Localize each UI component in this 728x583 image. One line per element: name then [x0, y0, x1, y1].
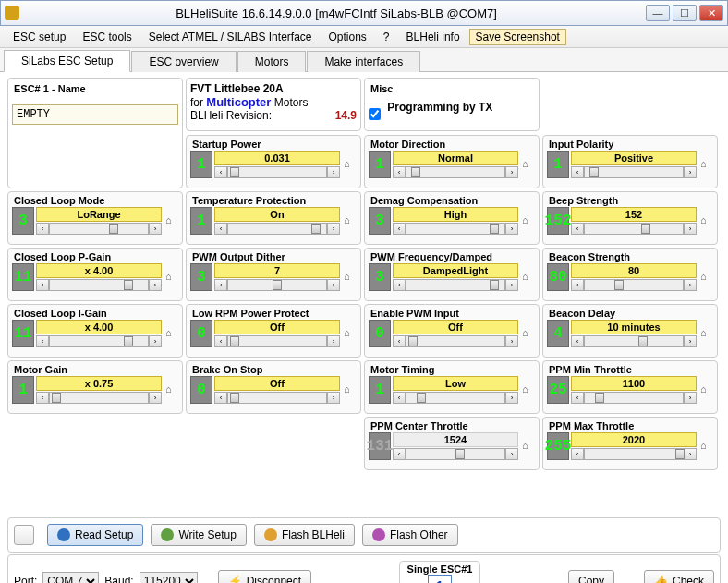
maximize-button[interactable]: ☐	[673, 5, 697, 21]
param-brake-on-stop: Brake On Stop0Off‹›⌂	[186, 360, 361, 414]
plug-icon: ⚡	[228, 575, 242, 583]
slider-closed-loop-mode[interactable]: ‹›	[36, 223, 162, 235]
menu-blheli-info[interactable]: BLHeli info	[399, 29, 467, 45]
baud-select[interactable]: 115200	[140, 572, 198, 583]
param-ppm-center-throttle: PPM Center Throttle1311524‹›⌂	[364, 417, 540, 470]
link-icon[interactable]: ⌂	[165, 383, 178, 396]
read-setup-button[interactable]: Read Setup	[47, 524, 143, 546]
save-icon	[161, 528, 174, 541]
link-icon[interactable]: ⌂	[700, 327, 713, 340]
link-icon[interactable]: ⌂	[522, 271, 535, 284]
menu-options[interactable]: Options	[321, 29, 373, 45]
val-startup-power: 0.031	[214, 151, 340, 165]
toggle-button[interactable]	[14, 525, 34, 545]
menu-esc-setup[interactable]: ESC setup	[6, 29, 73, 45]
link-icon[interactable]: ⌂	[344, 158, 357, 171]
num-startup-power: 1	[190, 151, 212, 178]
menu-save-screenshot[interactable]: Save Screenshot	[469, 29, 566, 45]
slider-beacon-delay[interactable]: ‹›	[571, 335, 697, 347]
slider-motor-timing[interactable]: ‹›	[393, 392, 518, 404]
param-demag-comp: Demag Compensation3High‹›⌂	[364, 191, 540, 245]
tab-motors[interactable]: Motors	[237, 51, 307, 72]
port-select[interactable]: COM 7	[42, 572, 99, 583]
slider-input-polarity[interactable]: ‹›	[571, 166, 697, 178]
single-esc-number[interactable]: 1	[428, 575, 452, 583]
link-icon[interactable]: ⌂	[165, 327, 178, 340]
slider-temp-protection[interactable]: ‹›	[214, 223, 340, 235]
slider-low-rpm-protect[interactable]: ‹›	[214, 335, 340, 347]
slider-startup-power[interactable]: ‹›	[214, 166, 340, 178]
link-icon[interactable]: ⌂	[522, 327, 535, 340]
minimize-button[interactable]: —	[646, 5, 670, 21]
link-icon[interactable]: ⌂	[522, 383, 535, 396]
slider-demag-comp[interactable]: ‹›	[393, 223, 518, 235]
empty-cell	[542, 78, 718, 131]
param-ppm-max-throttle: PPM Max Throttle2552020‹›⌂	[542, 417, 718, 470]
slider-pwm-dither[interactable]: ‹›	[214, 279, 340, 291]
flash-blheli-button[interactable]: Flash BLHeli	[254, 524, 355, 546]
single-esc-group: Single ESC#1 1	[399, 561, 481, 583]
slider-ppm-max-throttle[interactable]: ‹›	[571, 448, 697, 460]
copy-button[interactable]: Copy	[568, 570, 614, 583]
flash-icon	[372, 528, 385, 541]
flash-other-button[interactable]: Flash Other	[362, 524, 458, 546]
link-icon[interactable]: ⌂	[344, 383, 357, 396]
menu-esc-tools[interactable]: ESC tools	[75, 29, 139, 45]
slider-ppm-center-throttle[interactable]: ‹›	[393, 448, 518, 460]
link-icon[interactable]: ⌂	[522, 158, 535, 171]
write-setup-button[interactable]: Write Setup	[151, 524, 246, 546]
param-beacon-strength: Beacon Strength8080‹›⌂	[542, 248, 718, 301]
link-icon[interactable]: ⌂	[344, 327, 357, 340]
link-icon[interactable]: ⌂	[700, 214, 713, 227]
tab-silabs-setup[interactable]: SiLabs ESC Setup	[4, 50, 130, 72]
link-icon[interactable]: ⌂	[344, 271, 357, 284]
param-closed-loop-i: Closed Loop I-Gain11x 4.00‹›⌂	[7, 304, 183, 358]
slider-motor-gain[interactable]: ‹›	[36, 392, 162, 404]
main-panel: ESC# 1 - Name FVT Littlebee 20A for Mult…	[0, 72, 728, 516]
thumb-icon: 👍	[654, 575, 668, 583]
param-beacon-delay: Beacon Delay410 minutes‹›⌂	[542, 304, 718, 358]
tab-esc-overview[interactable]: ESC overview	[131, 51, 236, 72]
menu-help[interactable]: ?	[376, 29, 397, 45]
param-motor-timing: Motor Timing1Low‹›⌂	[364, 360, 540, 414]
slider-closed-loop-p[interactable]: ‹›	[36, 279, 162, 291]
slider-brake-on-stop[interactable]: ‹›	[214, 392, 340, 404]
close-button[interactable]: ✕	[699, 5, 723, 21]
menu-select-interface[interactable]: Select ATMEL / SILABS Interface	[141, 29, 320, 45]
slider-ppm-min-throttle[interactable]: ‹›	[571, 392, 697, 404]
param-beep-strength: Beep Strength152152‹›⌂	[542, 191, 718, 245]
param-startup-power: Startup Power10.031‹›⌂	[186, 135, 361, 188]
programming-by-tx-checkbox[interactable]	[369, 108, 381, 120]
tab-make-interfaces[interactable]: Make interfaces	[307, 51, 420, 72]
link-icon[interactable]: ⌂	[700, 383, 713, 396]
link-icon[interactable]: ⌂	[700, 158, 713, 171]
esc-info-for: for	[190, 96, 203, 109]
link-icon[interactable]: ⌂	[522, 440, 535, 453]
action-toolbar: Read Setup Write Setup Flash BLHeli Flas…	[7, 517, 721, 553]
slider-motor-direction[interactable]: ‹›	[393, 166, 518, 178]
slider-beep-strength[interactable]: ‹›	[571, 223, 697, 235]
link-icon[interactable]: ⌂	[165, 214, 178, 227]
slider-beacon-strength[interactable]: ‹›	[571, 279, 697, 291]
link-icon[interactable]: ⌂	[165, 271, 178, 284]
esc-rev-label: BLHeli Revision:	[190, 109, 272, 122]
param-enable-pwm-input: Enable PWM Input0Off‹›⌂	[364, 304, 540, 358]
single-esc-label: Single ESC#1	[407, 564, 473, 575]
disconnect-button[interactable]: ⚡Disconnect	[218, 570, 311, 583]
link-icon[interactable]: ⌂	[522, 214, 535, 227]
slider-pwm-freq[interactable]: ‹›	[393, 279, 518, 291]
param-closed-loop-mode: Closed Loop Mode3LoRange‹›⌂	[7, 191, 183, 245]
link-icon[interactable]: ⌂	[344, 214, 357, 227]
link-icon[interactable]: ⌂	[700, 271, 713, 284]
esc-rev-value: 14.9	[335, 109, 357, 122]
app-icon	[5, 6, 19, 20]
slider-enable-pwm-input[interactable]: ‹›	[393, 335, 518, 347]
slider-closed-loop-i[interactable]: ‹›	[36, 335, 162, 347]
esc-name-panel: ESC# 1 - Name	[7, 78, 183, 188]
esc-name-input[interactable]	[12, 104, 178, 125]
tab-strip: SiLabs ESC Setup ESC overview Motors Mak…	[0, 48, 728, 72]
link-icon[interactable]: ⌂	[700, 440, 713, 453]
param-low-rpm-protect: Low RPM Power Protect0Off‹›⌂	[186, 304, 361, 358]
check-button[interactable]: 👍Check	[644, 570, 714, 583]
esc-info-panel: FVT Littlebee 20A for Multicopter Motors…	[186, 78, 361, 131]
